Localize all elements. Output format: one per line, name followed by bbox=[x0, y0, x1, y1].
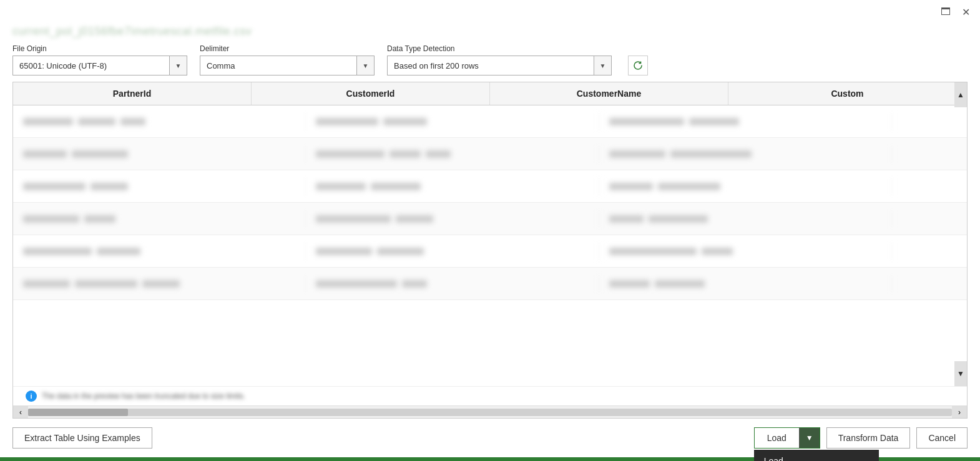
cell bbox=[13, 178, 306, 195]
controls-row: File Origin 65001: Unicode (UTF-8) ▼ Del… bbox=[0, 44, 980, 82]
cell bbox=[599, 145, 892, 163]
cell bbox=[306, 210, 599, 228]
csv-import-dialog: 🗖 ✕ current_pol_j0156fbe7imetruescal.met… bbox=[0, 0, 980, 461]
data-type-label: Data Type Detection bbox=[387, 44, 612, 53]
table-header: PartnerId CustomerId CustomerName Custom… bbox=[13, 82, 967, 105]
cell bbox=[306, 145, 599, 163]
column-header-partnerid: PartnerId bbox=[13, 82, 252, 105]
table-row bbox=[13, 138, 967, 170]
cell bbox=[13, 275, 306, 293]
minimize-button[interactable]: 🗖 bbox=[939, 5, 953, 19]
table-row bbox=[13, 105, 967, 138]
cell bbox=[599, 210, 892, 228]
column-header-customername: CustomerName bbox=[490, 82, 728, 105]
status-bar: i The data in the preview has been trunc… bbox=[13, 386, 967, 405]
scroll-down-button[interactable]: ▼ bbox=[954, 361, 967, 386]
load-option[interactable]: Load bbox=[754, 450, 879, 461]
file-origin-arrow-icon: ▼ bbox=[169, 56, 187, 75]
scroll-thumb[interactable] bbox=[28, 409, 128, 416]
scroll-track bbox=[28, 409, 952, 416]
cell bbox=[306, 113, 599, 130]
cell bbox=[892, 149, 967, 159]
extract-table-button[interactable]: Extract Table Using Examples bbox=[12, 427, 152, 449]
info-icon: i bbox=[26, 391, 37, 402]
delimiter-arrow-icon: ▼ bbox=[356, 56, 374, 75]
cell bbox=[599, 113, 892, 130]
cell bbox=[892, 214, 967, 224]
table-row bbox=[13, 170, 967, 203]
cell bbox=[13, 243, 306, 260]
cell bbox=[13, 145, 306, 163]
scroll-right-button[interactable]: › bbox=[952, 406, 967, 419]
load-dropdown-arrow-icon: ▼ bbox=[806, 434, 813, 442]
status-text: The data in the preview has been truncat… bbox=[42, 392, 245, 400]
data-type-value: Based on first 200 rows bbox=[388, 61, 594, 70]
table-row bbox=[13, 268, 967, 300]
cell bbox=[306, 178, 599, 195]
delimiter-label: Delimiter bbox=[200, 44, 375, 53]
data-type-dropdown[interactable]: Based on first 200 rows ▼ bbox=[387, 56, 612, 75]
title-bar: 🗖 ✕ bbox=[0, 0, 980, 21]
cell bbox=[599, 275, 892, 293]
file-path-bar: current_pol_j0156fbe7imetruescal.metfile… bbox=[0, 21, 980, 44]
cell bbox=[892, 182, 967, 192]
column-header-customerid: CustomerId bbox=[252, 82, 490, 105]
right-buttons: Load ▼ Load Load To... Transform Data Ca… bbox=[754, 427, 968, 449]
file-origin-dropdown[interactable]: 65001: Unicode (UTF-8) ▼ bbox=[12, 56, 187, 75]
table-row bbox=[13, 235, 967, 268]
cell bbox=[13, 210, 306, 228]
delimiter-value: Comma bbox=[200, 61, 356, 70]
scroll-left-button[interactable]: ‹ bbox=[13, 406, 28, 419]
table-row bbox=[13, 203, 967, 235]
cell bbox=[306, 243, 599, 260]
horizontal-scrollbar[interactable]: ‹ › bbox=[13, 405, 967, 418]
table-body: ▼ bbox=[13, 105, 967, 386]
close-button[interactable]: ✕ bbox=[959, 5, 973, 19]
footer: Extract Table Using Examples Load ▼ Load… bbox=[0, 419, 980, 457]
cell bbox=[306, 275, 599, 293]
load-dropdown-arrow-button[interactable]: ▼ bbox=[799, 427, 820, 449]
refresh-button[interactable] bbox=[628, 56, 648, 75]
file-origin-group: File Origin 65001: Unicode (UTF-8) ▼ bbox=[12, 44, 187, 75]
cell bbox=[599, 178, 892, 195]
delimiter-dropdown[interactable]: Comma ▼ bbox=[200, 56, 375, 75]
load-button[interactable]: Load bbox=[754, 427, 799, 449]
scroll-up-button[interactable]: ▲ bbox=[954, 82, 967, 107]
cell bbox=[892, 117, 967, 127]
cancel-button[interactable]: Cancel bbox=[916, 427, 968, 449]
data-type-group: Data Type Detection Based on first 200 r… bbox=[387, 44, 612, 75]
file-origin-label: File Origin bbox=[12, 44, 187, 53]
transform-data-button[interactable]: Transform Data bbox=[826, 427, 911, 449]
delimiter-group: Delimiter Comma ▼ bbox=[200, 44, 375, 75]
load-dropdown-menu: Load Load To... bbox=[754, 450, 879, 461]
column-header-custom: Custom bbox=[728, 82, 967, 105]
load-split-button: Load ▼ Load Load To... bbox=[754, 427, 820, 449]
cell bbox=[13, 113, 306, 130]
file-origin-value: 65001: Unicode (UTF-8) bbox=[13, 61, 169, 70]
cell bbox=[892, 246, 967, 256]
cell bbox=[599, 243, 892, 260]
data-table: PartnerId CustomerId CustomerName Custom… bbox=[12, 82, 968, 419]
refresh-icon bbox=[632, 60, 644, 71]
cell bbox=[892, 279, 967, 289]
data-type-arrow-icon: ▼ bbox=[594, 56, 611, 75]
file-path-text: current_pol_j0156fbe7imetruescal.metfile… bbox=[12, 25, 252, 37]
